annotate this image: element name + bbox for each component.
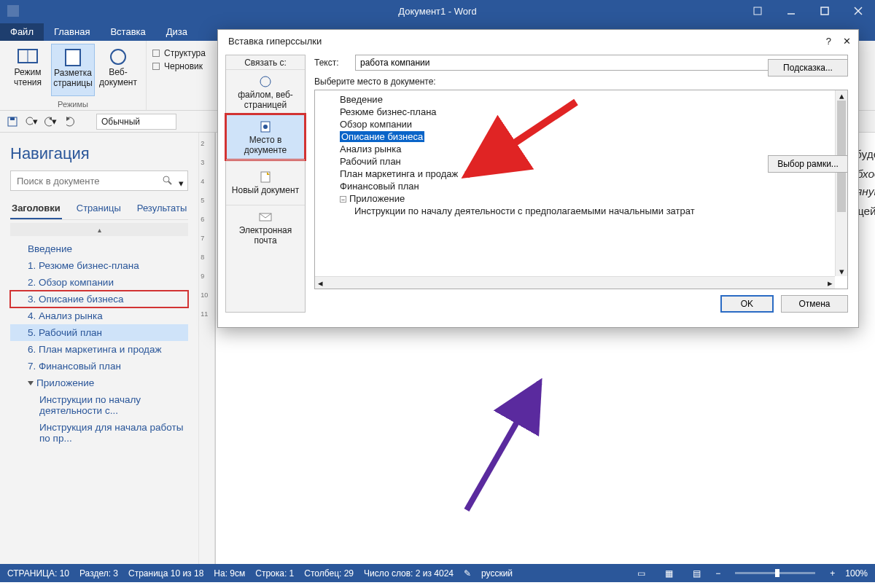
tree-node[interactable]: Введение: [319, 93, 835, 106]
nav-item[interactable]: Инструкции по началу деятельности с...: [10, 391, 188, 419]
ribbon-options-icon[interactable]: [741, 0, 774, 22]
app-title: Документ1 - Word: [398, 6, 476, 17]
tab-insert[interactable]: Вставка: [100, 23, 155, 41]
nav-item[interactable]: 1. Резюме бизнес-плана: [10, 257, 188, 274]
link-to-panel: Связать с: файлом, веб-страницей Место в…: [225, 55, 306, 313]
status-line[interactable]: Строка: 1: [255, 568, 294, 579]
nav-item[interactable]: Приложение: [10, 375, 188, 391]
status-words[interactable]: Число слов: 2 из 4024: [364, 568, 454, 579]
view-outline-check[interactable]: Структура: [152, 48, 206, 58]
svg-rect-11: [10, 117, 15, 120]
redo-icon[interactable]: [63, 115, 76, 128]
view-print-layout[interactable]: Разметка страницы: [51, 44, 95, 96]
style-selector[interactable]: Обычный: [96, 114, 176, 130]
print-preview-icon[interactable]: ▾: [25, 115, 38, 128]
tree-node[interactable]: Рабочий план: [319, 155, 835, 168]
zoom-in-icon[interactable]: +: [830, 568, 835, 579]
status-page-of[interactable]: Страница 10 из 18: [128, 568, 203, 579]
undo-icon[interactable]: ▾: [44, 115, 57, 128]
insert-hyperlink-dialog: Вставка гиперссылки ? ✕ Связать с: файло…: [217, 29, 859, 328]
minimize-icon[interactable]: [774, 0, 808, 22]
status-bar: СТРАНИЦА: 10 Раздел: 3 Страница 10 из 18…: [0, 564, 875, 582]
dialog-help-icon[interactable]: ?: [826, 36, 831, 47]
nav-title: Навигация: [10, 144, 188, 163]
status-column[interactable]: Столбец: 29: [304, 568, 354, 579]
text-label: Текст:: [314, 58, 349, 68]
ribbon-group-views: Режимы: [6, 100, 140, 109]
cancel-button[interactable]: Отмена: [781, 295, 848, 313]
svg-point-14: [163, 176, 169, 182]
tree-node[interactable]: −Приложение: [319, 192, 835, 205]
svg-rect-0: [7, 5, 19, 17]
svg-point-9: [111, 50, 125, 64]
tab-file[interactable]: Файл: [0, 23, 44, 41]
tree-node[interactable]: Обзор компании: [319, 118, 835, 130]
zoom-slider[interactable]: [735, 572, 815, 574]
tree-node[interactable]: План маркетинга и продаж: [319, 168, 835, 180]
tree-node-selected[interactable]: Описание бизнеса: [319, 130, 835, 143]
tab-design[interactable]: Диза: [156, 23, 198, 41]
linkto-email[interactable]: Электронная почта: [226, 205, 305, 250]
tree-hscroll[interactable]: ◂▸: [315, 276, 835, 289]
tree-node[interactable]: Инструкции по началу деятельности с пред…: [319, 205, 835, 217]
word-titlebar: Документ1 - Word: [0, 0, 875, 22]
nav-item[interactable]: Введение: [10, 240, 188, 257]
dialog-close-icon[interactable]: ✕: [843, 36, 851, 47]
view-web-icon[interactable]: ▤: [688, 566, 705, 581]
tree-node[interactable]: Резюме бизнес-плана: [319, 106, 835, 118]
status-section[interactable]: Раздел: 3: [79, 568, 118, 579]
view-web-layout[interactable]: Веб-документ: [96, 44, 140, 96]
nav-collapse-all[interactable]: ▴: [10, 223, 188, 236]
nav-item-highlighted[interactable]: 3. Описание бизнеса: [10, 291, 188, 307]
status-language[interactable]: русский: [481, 568, 513, 579]
nav-item-selected[interactable]: 5. Рабочий план: [10, 324, 188, 341]
nav-item[interactable]: 6. План маркетинга и продаж: [10, 341, 188, 358]
zoom-level[interactable]: 100%: [845, 568, 868, 579]
nav-item[interactable]: 7. Финансовый план: [10, 358, 188, 375]
status-page[interactable]: СТРАНИЦА: 10: [7, 568, 69, 579]
dialog-title: Вставка гиперссылки: [228, 36, 322, 47]
maximize-icon[interactable]: [808, 0, 841, 22]
nav-tab-pages[interactable]: Страницы: [75, 200, 122, 219]
tab-home[interactable]: Главная: [44, 23, 100, 41]
search-dropdown-icon[interactable]: ▾: [179, 178, 184, 189]
svg-rect-19: [261, 172, 270, 182]
nav-tab-results[interactable]: Результаты: [136, 200, 188, 219]
vertical-ruler: 23 45 67 89 1011: [199, 133, 215, 564]
linkto-file[interactable]: файлом, веб-страницей: [226, 69, 305, 114]
link-to-label: Связать с:: [226, 55, 305, 69]
svg-point-12: [26, 117, 33, 125]
view-read-icon[interactable]: ▭: [632, 566, 650, 581]
status-proofing-icon[interactable]: ✎: [464, 568, 471, 579]
ok-button[interactable]: OK: [720, 295, 774, 313]
view-print-icon[interactable]: ▦: [660, 566, 677, 581]
linkto-place-in-doc[interactable]: Место в документе: [226, 114, 305, 160]
nav-item[interactable]: 2. Обзор компании: [10, 274, 188, 291]
target-frame-button[interactable]: Выбор рамки...: [768, 155, 848, 173]
tree-collapse-icon[interactable]: −: [340, 196, 346, 203]
nav-outline: Введение 1. Резюме бизнес-плана 2. Обзор…: [10, 240, 188, 447]
zoom-out-icon[interactable]: −: [715, 568, 720, 579]
linkto-new-doc[interactable]: Новый документ: [226, 160, 305, 205]
status-at[interactable]: На: 9см: [214, 568, 245, 579]
svg-rect-3: [821, 7, 828, 15]
search-icon[interactable]: [162, 175, 172, 187]
nav-item[interactable]: 4. Анализ рынка: [10, 307, 188, 324]
nav-item[interactable]: Инструкция для начала работы по пр...: [10, 419, 188, 447]
svg-line-15: [168, 181, 171, 184]
app-icon: [0, 5, 26, 17]
close-icon[interactable]: [841, 0, 875, 22]
navigation-pane: Навигация ▾ Заголовки Страницы Результат…: [0, 133, 199, 564]
view-reading[interactable]: Режим чтения: [6, 44, 50, 96]
tree-node[interactable]: Анализ рынка: [319, 143, 835, 155]
screentip-button[interactable]: Подсказка...: [768, 59, 848, 77]
svg-point-16: [260, 77, 271, 87]
svg-rect-8: [66, 50, 80, 66]
tree-node[interactable]: Финансовый план: [319, 180, 835, 192]
save-icon[interactable]: [6, 115, 19, 128]
svg-point-18: [263, 125, 268, 129]
svg-rect-1: [754, 7, 761, 15]
nav-tab-headings[interactable]: Заголовки: [10, 200, 62, 219]
view-draft-check[interactable]: Черновик: [152, 61, 206, 71]
expander-icon[interactable]: [28, 381, 34, 385]
